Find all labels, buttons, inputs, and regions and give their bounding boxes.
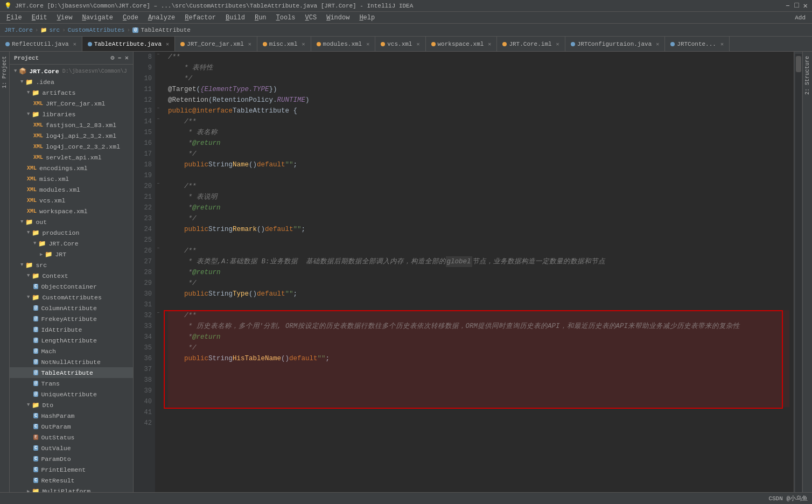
tab-close-tableattribute[interactable]: ✕: [166, 41, 169, 47]
tab-close-jrtconfig[interactable]: ✕: [656, 41, 659, 47]
breadcrumb-customattributes[interactable]: CustomAttributes: [68, 27, 125, 33]
menu-help[interactable]: Help: [355, 13, 379, 23]
folder-icon-dto: 📁: [32, 401, 39, 409]
tab-workspace[interactable]: workspace.xml ✕: [426, 37, 498, 51]
tree-item-outstatus[interactable]: E OutStatus: [10, 432, 133, 443]
code-lines[interactable]: /** * 表特性 */ @Target({ElementType.TYPE}): [164, 52, 794, 492]
tree-item-artifacts[interactable]: ▼ 📁 artifacts: [10, 87, 133, 98]
tree-item-idattribute[interactable]: @ IdAttribute: [10, 324, 133, 335]
tree-item-outparam[interactable]: C OutParam: [10, 421, 133, 432]
project-panel-toggle[interactable]: 1: Project: [1, 54, 9, 90]
tree-item-idea[interactable]: ▼ 📁 .idea: [10, 76, 133, 87]
breadcrumb-root[interactable]: JRT.Core: [4, 27, 33, 33]
tree-item-encodings[interactable]: XML encodings.xml: [10, 163, 133, 173]
tree-item-jrtcorejarxml[interactable]: XML JRT_Core_jar.xml: [10, 98, 133, 109]
tree-item-jrt[interactable]: ▶ 📁 JRT: [10, 249, 133, 260]
tree-item-printelement[interactable]: C PrintElement: [10, 464, 133, 475]
tree-item-retresult[interactable]: C RetResult: [10, 475, 133, 486]
tab-reflectutil[interactable]: ReflectUtil.java ✕: [0, 37, 82, 51]
menu-tools[interactable]: Tools: [272, 13, 300, 23]
window-controls[interactable]: – □ ✕: [786, 1, 808, 10]
fold-20[interactable]: –: [155, 181, 162, 192]
tree-item-trans[interactable]: @ Trans: [10, 378, 133, 389]
tree-item-notnullattribute[interactable]: @ NotNullAttribute: [10, 356, 133, 367]
menu-navigate[interactable]: Navigate: [78, 13, 117, 23]
tab-jrtcoreiml[interactable]: JRT.Core.iml ✕: [497, 37, 565, 51]
scrollbar-thumb[interactable]: [796, 56, 801, 72]
fold-26[interactable]: –: [155, 246, 162, 256]
breadcrumb-src[interactable]: src: [49, 27, 60, 33]
tree-collapse-icon[interactable]: –: [118, 54, 122, 62]
tab-modules[interactable]: modules.xml ✕: [311, 37, 376, 51]
fold-32[interactable]: –: [155, 310, 162, 321]
menu-run[interactable]: Run: [250, 13, 271, 23]
fold-13[interactable]: –: [155, 106, 162, 116]
tree-item-customattributes[interactable]: ▼ 📁 CustomAttributes: [10, 292, 133, 303]
menu-file[interactable]: File: [2, 13, 26, 23]
menu-code[interactable]: Code: [118, 13, 143, 23]
tab-close-modules[interactable]: ✕: [366, 41, 369, 47]
tab-tableattribute[interactable]: TableAttribute.java ✕: [82, 37, 175, 51]
menu-vcs[interactable]: VCS: [301, 13, 321, 23]
menu-add[interactable]: Add: [790, 13, 810, 22]
tree-item-jrtcore-out[interactable]: ▼ 📁 JRT.Core: [10, 238, 133, 249]
menu-refactor[interactable]: Refactor: [180, 13, 220, 23]
tree-item-context[interactable]: ▼ 📁 Context: [10, 270, 133, 281]
tree-item-mach[interactable]: @ Mach: [10, 346, 133, 356]
tree-item-jrtcore[interactable]: ▼ 📦 JRT.Core D:\jbasesvn\Common\J: [10, 66, 133, 76]
structure-panel-toggle[interactable]: 2: Structure: [803, 54, 811, 97]
tree-item-modules[interactable]: XML modules.xml: [10, 184, 133, 195]
menu-analyze[interactable]: Analyze: [144, 13, 179, 23]
tree-item-outvalue[interactable]: C OutValue: [10, 443, 133, 453]
tree-item-columnattribute[interactable]: @ ColumnAttribute: [10, 303, 133, 313]
tree-item-workspace[interactable]: XML workspace.xml: [10, 206, 133, 216]
tree-item-production[interactable]: ▼ 📁 production: [10, 227, 133, 238]
tree-item-log4jcore[interactable]: XML log4j_core_2_3_2.xml: [10, 141, 133, 152]
tree-item-misc[interactable]: XML misc.xml: [10, 173, 133, 184]
tree-item-frekeyattribute[interactable]: @ FrekeyAttribute: [10, 313, 133, 324]
scrollbar-track[interactable]: [795, 54, 802, 492]
fold-14[interactable]: –: [155, 116, 162, 127]
code-editor[interactable]: 8 9 10 11 12 13 14 15 16 17 18 19 20 21 …: [134, 52, 794, 492]
token: @Retention: [168, 95, 208, 106]
tab-jrtconfig[interactable]: JRTConfigurtaion.java ✕: [565, 37, 666, 51]
tab-misc[interactable]: misc.xml ✕: [257, 37, 311, 51]
maximize-icon[interactable]: □: [794, 1, 799, 10]
tree-item-multiplatform[interactable]: ▶ 📁 MultiPlatform: [10, 486, 133, 492]
tree-item-uniqueattribute[interactable]: @ UniqueAttribute: [10, 389, 133, 400]
tab-jrtcorejar[interactable]: JRT_Core_jar.xml ✕: [175, 37, 257, 51]
tab-close-jrtcoreiml[interactable]: ✕: [556, 41, 559, 47]
menu-edit[interactable]: Edit: [27, 13, 52, 23]
tree-item-vcs[interactable]: XML vcs.xml: [10, 195, 133, 206]
breadcrumb-file[interactable]: TableAttribute: [141, 27, 190, 33]
menu-window[interactable]: Window: [322, 13, 354, 23]
minimize-icon[interactable]: –: [786, 1, 790, 10]
close-icon[interactable]: ✕: [803, 1, 808, 10]
tree-item-libraries[interactable]: ▼ 📁 libraries: [10, 109, 133, 120]
tree-item-log4japi[interactable]: XML log4j_api_2_3_2.xml: [10, 130, 133, 141]
tab-vcs[interactable]: vcs.xml ✕: [375, 37, 425, 51]
menu-build[interactable]: Build: [221, 13, 249, 23]
tree-item-dto[interactable]: ▼ 📁 Dto: [10, 400, 133, 410]
tab-close-workspace[interactable]: ✕: [488, 41, 491, 47]
tab-close-jrtcorejar[interactable]: ✕: [248, 41, 251, 47]
tree-item-objectcontainer[interactable]: C ObjectContainer: [10, 281, 133, 292]
tab-close-reflectutil[interactable]: ✕: [73, 41, 76, 47]
tab-close-vcs[interactable]: ✕: [416, 41, 419, 47]
tree-item-lengthattribute[interactable]: @ LengthAttribute: [10, 335, 133, 346]
tree-item-out[interactable]: ▼ 📁 out: [10, 216, 133, 227]
tab-close-misc[interactable]: ✕: [302, 41, 305, 47]
fold-8[interactable]: –: [155, 52, 162, 62]
menu-view[interactable]: View: [53, 13, 77, 23]
tree-item-tableattribute[interactable]: @ TableAttribute: [10, 367, 133, 378]
tree-item-src[interactable]: ▼ 📁 src: [10, 260, 133, 270]
expand-icon: ▼: [20, 79, 23, 85]
tree-item-servletapi[interactable]: XML servlet_api.xml: [10, 152, 133, 163]
tree-settings-icon[interactable]: ⚙: [110, 54, 114, 62]
tab-close-jrtconte[interactable]: ✕: [720, 41, 724, 47]
tree-item-paramdto[interactable]: C ParamDto: [10, 453, 133, 464]
tree-item-fastjson[interactable]: XML fastjson_1_2_83.xml: [10, 120, 133, 130]
tree-close-icon[interactable]: ✕: [125, 54, 129, 62]
tab-jrtconte[interactable]: JRTConte... ✕: [665, 37, 730, 51]
tree-item-hashparam[interactable]: C HashParam: [10, 410, 133, 421]
